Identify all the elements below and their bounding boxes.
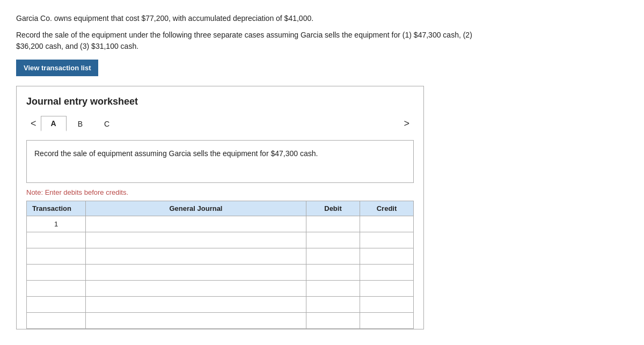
table-row: [27, 281, 414, 297]
input-debit-6[interactable]: [306, 313, 360, 328]
cell-debit-6[interactable]: [306, 313, 360, 329]
note-text: Note: Enter debits before credits.: [26, 188, 414, 196]
input-general-journal-3[interactable]: [86, 265, 306, 280]
journal-table: Transaction General Journal Debit Credit…: [26, 201, 414, 329]
input-general-journal-6[interactable]: [86, 313, 306, 328]
cell-transaction-3: [27, 265, 86, 281]
input-credit-3[interactable]: [360, 265, 413, 280]
input-debit-2[interactable]: [306, 248, 360, 264]
input-debit-5[interactable]: [306, 297, 360, 312]
table-row: 1: [27, 216, 414, 232]
header-credit: Credit: [360, 201, 414, 216]
cell-credit-2[interactable]: [360, 248, 414, 265]
input-general-journal-5[interactable]: [86, 297, 306, 312]
cell-debit-5[interactable]: [306, 297, 360, 313]
cell-general-journal-1[interactable]: [86, 232, 306, 248]
cell-credit-1[interactable]: [360, 232, 414, 248]
input-general-journal-4[interactable]: [86, 281, 306, 296]
cell-transaction-1: [27, 232, 86, 248]
cell-transaction-5: [27, 297, 86, 313]
table-row: [27, 232, 414, 248]
cell-transaction-2: [27, 248, 86, 265]
table-row: [27, 265, 414, 281]
input-credit-4[interactable]: [360, 281, 413, 296]
cell-debit-0[interactable]: [306, 216, 360, 232]
input-debit-3[interactable]: [306, 265, 360, 280]
cell-general-journal-0[interactable]: [86, 216, 306, 232]
input-debit-0[interactable]: [306, 216, 360, 232]
input-general-journal-0[interactable]: [86, 216, 306, 232]
table-row: [27, 297, 414, 313]
cell-general-journal-2[interactable]: [86, 248, 306, 265]
table-header-row: Transaction General Journal Debit Credit: [27, 201, 414, 216]
cell-debit-1[interactable]: [306, 232, 360, 248]
cell-general-journal-6[interactable]: [86, 313, 306, 329]
worksheet-title: Journal entry worksheet: [26, 96, 414, 107]
intro-line2: Record the sale of the equipment under t…: [16, 30, 478, 52]
input-debit-1[interactable]: [306, 232, 360, 248]
view-transactions-button[interactable]: View transaction list: [16, 60, 98, 76]
input-credit-5[interactable]: [360, 297, 413, 312]
cell-credit-3[interactable]: [360, 265, 414, 281]
header-transaction: Transaction: [27, 201, 86, 216]
header-general-journal: General Journal: [86, 201, 306, 216]
input-credit-6[interactable]: [360, 313, 413, 328]
tabs-row: < A B C >: [26, 116, 414, 131]
cell-general-journal-3[interactable]: [86, 265, 306, 281]
cell-debit-3[interactable]: [306, 265, 360, 281]
cell-transaction-6: [27, 313, 86, 329]
tab-next-button[interactable]: >: [399, 116, 414, 131]
cell-credit-6[interactable]: [360, 313, 414, 329]
input-credit-1[interactable]: [360, 232, 413, 248]
tab-c[interactable]: C: [94, 116, 120, 131]
tab-b[interactable]: B: [68, 116, 93, 131]
tab-a[interactable]: A: [41, 116, 67, 131]
intro-line1: Garcia Co. owns equipment that cost $77,…: [16, 13, 478, 24]
table-row: [27, 313, 414, 329]
cell-credit-5[interactable]: [360, 297, 414, 313]
worksheet-container: Journal entry worksheet < A B C > Record…: [16, 86, 424, 329]
cell-credit-0[interactable]: [360, 216, 414, 232]
tab-prev-button[interactable]: <: [26, 116, 41, 131]
input-debit-4[interactable]: [306, 281, 360, 296]
input-credit-2[interactable]: [360, 248, 413, 264]
cell-debit-2[interactable]: [306, 248, 360, 265]
cell-debit-4[interactable]: [306, 281, 360, 297]
description-text: Record the sale of equipment assuming Ga…: [34, 149, 318, 158]
input-general-journal-2[interactable]: [86, 248, 306, 264]
cell-transaction-0: 1: [27, 216, 86, 232]
description-box: Record the sale of equipment assuming Ga…: [26, 140, 414, 183]
cell-general-journal-4[interactable]: [86, 281, 306, 297]
input-general-journal-1[interactable]: [86, 232, 306, 248]
input-credit-0[interactable]: [360, 216, 413, 232]
cell-general-journal-5[interactable]: [86, 297, 306, 313]
intro-section: Garcia Co. owns equipment that cost $77,…: [16, 13, 478, 52]
cell-transaction-4: [27, 281, 86, 297]
table-row: [27, 248, 414, 265]
cell-credit-4[interactable]: [360, 281, 414, 297]
header-debit: Debit: [306, 201, 360, 216]
